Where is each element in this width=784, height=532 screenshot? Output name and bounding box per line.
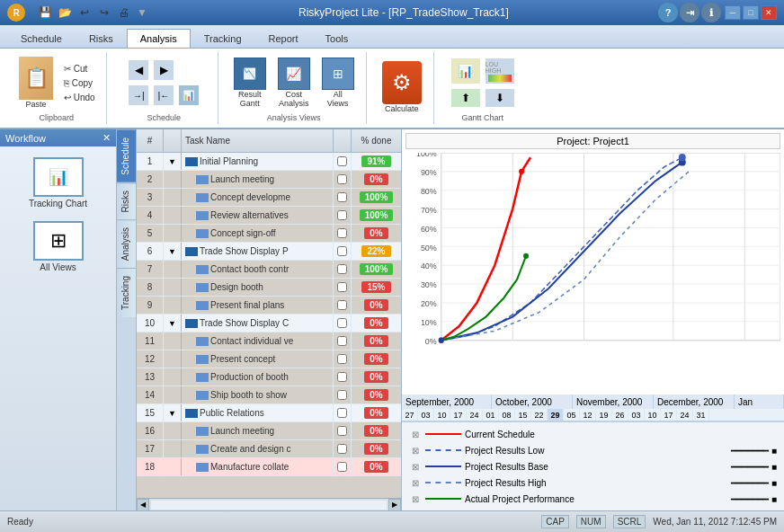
table-row[interactable]: 1 ▼ Initial Planning 91% bbox=[137, 153, 401, 171]
row-expand[interactable]: ▼ bbox=[164, 153, 182, 170]
save-button[interactable]: 💾 bbox=[36, 4, 54, 22]
left-tab-analysis[interactable]: Analysis bbox=[117, 219, 136, 268]
open-button[interactable]: 📂 bbox=[56, 4, 74, 22]
close-button[interactable]: ✕ bbox=[761, 5, 777, 20]
minimize-button[interactable]: ─ bbox=[725, 5, 741, 20]
legend-x-high: ⊠ bbox=[409, 478, 422, 488]
row-checkbox[interactable] bbox=[334, 171, 352, 188]
row-checkbox[interactable] bbox=[334, 332, 352, 350]
qa-undo[interactable]: ↩ bbox=[76, 4, 94, 22]
row-pct: 0% bbox=[352, 440, 401, 457]
row-checkbox[interactable] bbox=[334, 189, 352, 206]
left-tab-schedule[interactable]: Schedule bbox=[117, 129, 136, 182]
gantt-chart-btn3[interactable]: ⬆ bbox=[450, 87, 482, 109]
row-pct: 22% bbox=[352, 243, 401, 260]
timeline-day: 10 bbox=[645, 409, 661, 421]
left-tab-tracking[interactable]: Tracking bbox=[117, 268, 136, 317]
table-hscroll[interactable]: ◀ ▶ bbox=[137, 498, 401, 510]
svg-text:10%: 10% bbox=[421, 318, 437, 327]
gantt-chart-btn4[interactable]: ⬇ bbox=[484, 87, 516, 109]
row-checkbox[interactable] bbox=[334, 279, 352, 296]
all-views-icon: ⊞ bbox=[322, 58, 354, 90]
hscroll-left[interactable]: ◀ bbox=[137, 499, 149, 511]
table-row[interactable]: 4 Review alternatives 100% bbox=[137, 207, 401, 225]
hscroll-right[interactable]: ▶ bbox=[388, 499, 401, 511]
cost-analysis-button[interactable]: 📈 CostAnalysis bbox=[273, 55, 315, 111]
copy-button[interactable]: ⎘ Copy bbox=[60, 76, 99, 90]
tab-tracking[interactable]: Tracking bbox=[191, 29, 255, 48]
row-checkbox[interactable] bbox=[334, 261, 352, 278]
row-expand[interactable]: ▼ bbox=[164, 243, 182, 260]
table-row[interactable]: 17 Create and design c 0% bbox=[137, 440, 401, 458]
row-pct: 0% bbox=[352, 171, 401, 188]
schedule-nav-back[interactable]: ◀ bbox=[127, 58, 150, 82]
table-row[interactable]: 2 Launch meeting 0% bbox=[137, 171, 401, 189]
info-icon[interactable]: ℹ bbox=[701, 3, 721, 22]
all-views-button[interactable]: ⊞ AllViews bbox=[317, 55, 359, 111]
calculate-button[interactable]: ⚙ Calculate bbox=[378, 58, 426, 116]
tab-risks[interactable]: Risks bbox=[76, 29, 127, 48]
tab-report[interactable]: Report bbox=[255, 29, 312, 48]
row-checkbox[interactable] bbox=[334, 350, 352, 368]
table-row[interactable]: 7 Contact booth contr 100% bbox=[137, 261, 401, 279]
help-icon[interactable]: ? bbox=[658, 3, 678, 22]
row-checkbox[interactable] bbox=[334, 207, 352, 224]
row-expand[interactable]: ▼ bbox=[164, 404, 182, 421]
workflow-item-tracking[interactable]: 📊 Tracking Chart bbox=[7, 154, 109, 212]
table-row[interactable]: 3 Concept developme 100% bbox=[137, 189, 401, 207]
row-checkbox[interactable] bbox=[334, 458, 352, 475]
table-row[interactable]: 18 Manufacture collate 0% bbox=[137, 458, 401, 476]
row-checkbox[interactable] bbox=[334, 225, 352, 242]
row-checkbox[interactable] bbox=[334, 368, 352, 386]
row-checkbox[interactable] bbox=[334, 386, 352, 403]
row-checkbox[interactable] bbox=[334, 422, 352, 439]
schedule-chart[interactable]: 📊 bbox=[177, 84, 200, 107]
row-num: 4 bbox=[137, 207, 164, 224]
maximize-button[interactable]: □ bbox=[743, 5, 759, 20]
row-pct: 0% bbox=[352, 297, 401, 314]
row-checkbox[interactable] bbox=[334, 404, 352, 421]
tab-tools[interactable]: Tools bbox=[312, 29, 362, 48]
tab-analysis[interactable]: Analysis bbox=[127, 29, 191, 48]
undo-button[interactable]: ↩ Undo bbox=[60, 91, 99, 104]
gantt-chart-btn1[interactable]: 📊 bbox=[450, 57, 482, 85]
legend-line-actual bbox=[425, 498, 461, 500]
result-gantt-button[interactable]: 📉 ResultGantt bbox=[229, 55, 271, 111]
schedule-outdent[interactable]: →| bbox=[152, 84, 175, 107]
row-checkbox[interactable] bbox=[334, 153, 352, 170]
schedule-nav-forward[interactable]: ▶ bbox=[152, 58, 175, 82]
workflow-close-icon[interactable]: ✕ bbox=[102, 132, 111, 144]
cut-button[interactable]: ✂ Cut bbox=[60, 62, 99, 75]
row-checkbox[interactable] bbox=[334, 243, 352, 260]
timeline-day: 24 bbox=[677, 409, 693, 421]
table-row[interactable]: 5 Concept sign-off 0% bbox=[137, 225, 401, 243]
table-row[interactable]: 16 Launch meeting 0% bbox=[137, 422, 401, 440]
table-row[interactable]: 6 ▼ Trade Show Display P 22% bbox=[137, 243, 401, 261]
task-icon bbox=[196, 355, 209, 364]
gantt-chart-btn2[interactable]: LOU HIGH bbox=[484, 57, 516, 85]
tab-schedule[interactable]: Schedule bbox=[7, 29, 76, 48]
analysis-views-label: Analysis Views bbox=[267, 113, 321, 122]
table-row[interactable]: 9 Present final plans 0% bbox=[137, 297, 401, 315]
table-row[interactable]: 10 ▼ Trade Show Display C 0% bbox=[137, 315, 401, 332]
row-expand[interactable]: ▼ bbox=[164, 315, 182, 332]
workflow-item-allviews[interactable]: ⊞ All Views bbox=[7, 217, 109, 276]
table-row[interactable]: 14 Ship booth to show 0% bbox=[137, 386, 401, 404]
left-tab-risks[interactable]: Risks bbox=[117, 182, 136, 219]
schedule-indent[interactable]: →| bbox=[127, 84, 150, 107]
table-row[interactable]: 13 Production of booth 0% bbox=[137, 368, 401, 386]
timeline-day: 03 bbox=[628, 409, 645, 421]
row-checkbox[interactable] bbox=[334, 297, 352, 314]
table-row[interactable]: 12 Present concept 0% bbox=[137, 350, 401, 368]
row-checkbox[interactable] bbox=[334, 440, 352, 457]
qa-redo[interactable]: ↪ bbox=[95, 4, 113, 22]
row-checkbox[interactable] bbox=[334, 315, 352, 332]
table-row[interactable]: 15 ▼ Public Relations 0% bbox=[137, 404, 401, 422]
hscroll-track[interactable] bbox=[151, 501, 387, 510]
table-row[interactable]: 11 Contact individual ve 0% bbox=[137, 332, 401, 350]
nav-icon[interactable]: ⇥ bbox=[680, 3, 699, 22]
status-scrl: SCRL bbox=[613, 515, 646, 528]
qa-print[interactable]: 🖨 bbox=[115, 4, 133, 22]
paste-button[interactable]: 📋 Paste bbox=[14, 54, 58, 111]
table-row[interactable]: 8 Design booth 15% bbox=[137, 279, 401, 297]
